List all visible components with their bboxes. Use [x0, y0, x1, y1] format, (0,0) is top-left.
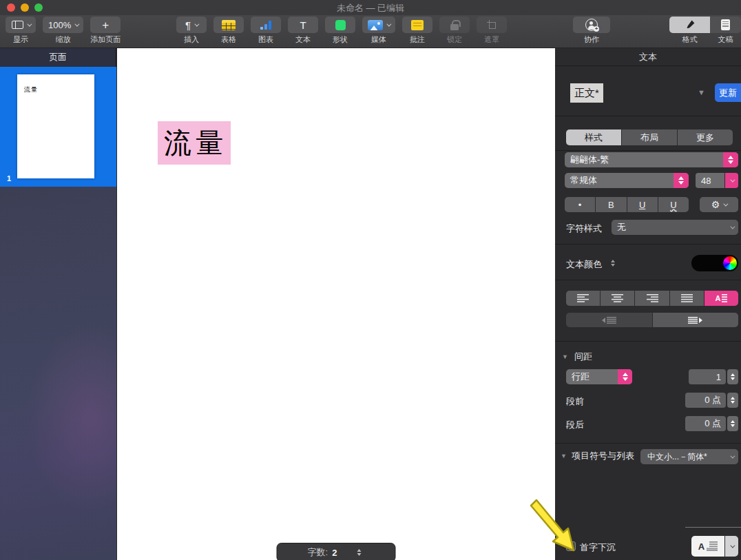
spacing-header: 间距	[574, 351, 592, 363]
text-button[interactable]: T 文本	[288, 17, 318, 45]
auto-align-glyph: A	[715, 294, 720, 302]
gear-icon: ⚙	[711, 199, 720, 210]
para-after-stepper[interactable]	[727, 416, 738, 431]
toolbar: 显示 100% 缩放 + 添加页面 ¶ 插入 表格 图表	[0, 15, 741, 48]
page-thumbnail-selected[interactable]: 流量 1	[0, 67, 116, 187]
media-label: 媒体	[371, 34, 386, 45]
wavy-underline-button[interactable]: U	[658, 197, 689, 212]
advanced-options-button[interactable]: ⚙	[700, 197, 738, 212]
zoom-label: 缩放	[56, 34, 71, 45]
bar-chart-icon	[260, 20, 271, 30]
dropcap-lines-icon	[707, 541, 718, 551]
align-right-button[interactable]	[635, 291, 669, 306]
color-wheel-icon[interactable]	[723, 256, 737, 270]
paragraph-style-dropdown-icon[interactable]: ▼	[698, 88, 705, 96]
shape-button[interactable]: 形状	[325, 17, 355, 45]
bold-button[interactable]: B	[596, 197, 626, 212]
para-after-value-field[interactable]: 0 点	[685, 416, 726, 431]
bullets-dropdown[interactable]: 中文小...－简体*	[640, 449, 738, 464]
page-thumbnail[interactable]: 流量	[17, 74, 94, 178]
view-button[interactable]: 显示	[6, 17, 36, 45]
chart-button[interactable]: 图表	[251, 17, 281, 45]
alignment-buttons: A	[566, 291, 738, 306]
table-button[interactable]: 表格	[213, 17, 244, 45]
shape-icon	[335, 20, 346, 30]
dropcap-dropdown-button[interactable]	[725, 536, 738, 557]
tab-more[interactable]: 更多	[678, 129, 733, 145]
lock-button: 锁定	[439, 17, 470, 45]
crop-mask-icon	[487, 20, 497, 30]
chevron-down-icon	[730, 543, 735, 548]
spacing-disclosure-triangle[interactable]: ▼	[562, 353, 568, 360]
dropcap-style-button[interactable]: A	[691, 536, 724, 557]
align-center-button[interactable]	[601, 291, 634, 306]
bullets-header: 项目符号与列表	[572, 450, 634, 462]
bullets-disclosure-triangle[interactable]: ▼	[561, 453, 567, 459]
font-style-stepper[interactable]	[674, 173, 689, 188]
chevron-down-icon	[75, 21, 80, 26]
sidebar-panel-icon	[12, 21, 23, 29]
format-button[interactable]: 格式	[669, 17, 710, 45]
align-justify-button[interactable]	[670, 291, 704, 306]
line-spacing-dropdown[interactable]: 行距	[566, 369, 632, 384]
zoom-button[interactable]: 100% 缩放	[43, 17, 83, 45]
increase-indent-button[interactable]	[653, 313, 739, 327]
selected-text-highlight[interactable]: 流量	[158, 121, 231, 165]
sidebar-background	[0, 187, 116, 560]
format-inspector: 文本 正文* ▼ 更新 样式 布局 更多 翩翩体-繁 常规体 48	[555, 48, 741, 560]
collaborate-person-icon: +	[585, 19, 598, 31]
table-icon	[222, 20, 236, 30]
mask-button: 遮罩	[477, 17, 507, 45]
font-size-dropdown-button[interactable]	[725, 173, 738, 188]
tab-layout[interactable]: 布局	[622, 129, 677, 145]
font-family-stepper[interactable]	[723, 152, 738, 167]
line-spacing-label: 行距	[566, 371, 618, 383]
font-family-value: 翩翩体-繁	[565, 154, 723, 166]
insert-button[interactable]: ¶ 插入	[176, 17, 207, 45]
media-button[interactable]: 媒体	[362, 17, 395, 45]
align-left-button[interactable]	[566, 291, 600, 306]
indent-buttons	[566, 313, 738, 327]
pages-app-window: 未命名 — 已编辑 显示 100% 缩放 + 添加页面 ¶ 插入	[0, 0, 741, 560]
tab-style[interactable]: 样式	[566, 129, 621, 145]
text-label: 文本	[295, 34, 311, 45]
paragraph-style-well[interactable]: 正文*	[570, 83, 603, 103]
document-icon	[721, 19, 730, 30]
document-canvas[interactable]: 流量 字数: 2	[117, 48, 555, 560]
underline-button[interactable]: U	[627, 197, 658, 212]
text-color-stepper[interactable]	[607, 256, 618, 271]
document-button[interactable]: 文稿	[710, 17, 741, 45]
thumbnail-text: 流量	[24, 85, 38, 94]
line-spacing-value-stepper[interactable]	[727, 369, 738, 384]
font-size-field[interactable]: 48	[696, 173, 724, 188]
sidebar-header: 页面	[0, 48, 116, 67]
para-before-value-field[interactable]: 0 点	[685, 393, 726, 408]
word-count-pill[interactable]: 字数: 2	[277, 543, 396, 560]
chevron-down-icon	[386, 21, 391, 26]
insert-label: 插入	[184, 34, 199, 45]
line-spacing-stepper[interactable]	[618, 369, 632, 384]
text-color-well[interactable]	[691, 255, 738, 271]
word-count-stepper[interactable]	[353, 545, 364, 560]
update-style-button[interactable]: 更新	[715, 83, 741, 102]
wavy-underline-glyph: U	[670, 200, 676, 210]
para-before-stepper[interactable]	[727, 393, 738, 408]
italic-button[interactable]: •	[565, 197, 595, 212]
dropcap-checkbox[interactable]	[566, 541, 576, 551]
italic-glyph: •	[578, 200, 582, 210]
font-style-dropdown[interactable]: 常规体	[565, 173, 689, 188]
inspector-header: 文本	[555, 48, 741, 66]
format-label: 格式	[682, 34, 698, 45]
indent-lines-icon	[688, 317, 698, 324]
font-family-dropdown[interactable]: 翩翩体-繁	[565, 152, 738, 167]
text-color-label: 文本颜色	[566, 258, 602, 271]
comment-button[interactable]: 批注	[402, 17, 432, 45]
line-spacing-value-field[interactable]: 1	[689, 369, 726, 384]
add-page-button[interactable]: + 添加页面	[90, 17, 121, 45]
chevron-down-icon	[730, 453, 735, 458]
pilcrow-icon: ¶	[185, 19, 191, 31]
char-style-dropdown[interactable]: 无	[612, 220, 738, 235]
collaborate-button[interactable]: + 协作	[573, 17, 610, 45]
auto-align-lines-icon	[722, 294, 727, 302]
align-auto-button[interactable]: A	[705, 291, 738, 306]
